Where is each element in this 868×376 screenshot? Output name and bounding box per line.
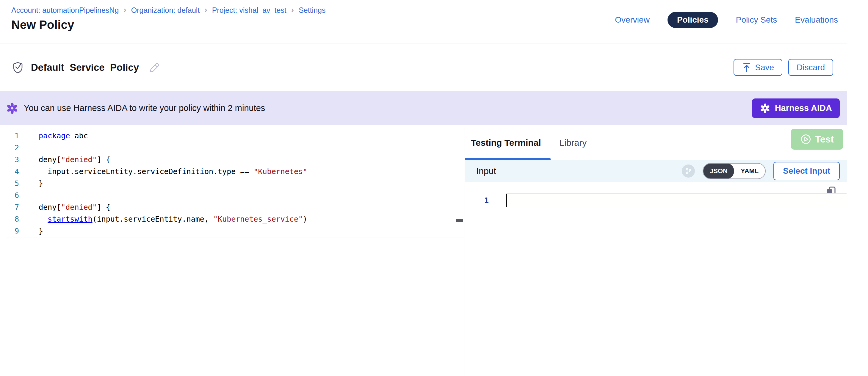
code-token: } [39, 179, 43, 188]
code-token: "denied" [61, 203, 97, 212]
code-token: ) [303, 215, 307, 223]
aida-flower-icon [6, 102, 19, 115]
git-branch-icon [682, 164, 695, 178]
code-token: deny[ [39, 203, 61, 212]
chevron-right-icon: › [291, 6, 294, 14]
line-number: 1 [0, 130, 19, 142]
aida-banner: You can use Harness AIDA to write your p… [0, 91, 847, 125]
input-header-label: Input [476, 166, 496, 176]
top-nav: OverviewPoliciesPolicy SetsEvaluations [615, 12, 838, 28]
breadcrumb-link[interactable]: Organization: default [131, 6, 200, 14]
indent-guide [39, 166, 39, 178]
code-token: ] { [97, 155, 111, 164]
select-input-label: Select Input [783, 166, 830, 176]
code-token: "Kubernetes_service" [213, 215, 303, 223]
format-toggle: JSONYAML [703, 163, 766, 179]
code-line-content: input.serviceEntity.serviceDefinition.ty… [39, 166, 307, 178]
code-token: input.serviceEntity.serviceDefinition.ty… [39, 167, 253, 176]
code-line: 7deny["denied"] { [0, 201, 465, 213]
save-button-label: Save [755, 63, 774, 72]
format-option-json[interactable]: JSON [703, 163, 734, 179]
code-token: (input.serviceEntity.name, [93, 215, 213, 223]
code-line-content: package abc [39, 130, 88, 142]
code-line-content: startswith(input.serviceEntity.name, "Ku… [39, 213, 307, 225]
main-area: 1package abc23deny["denied"] {4 input.se… [0, 125, 847, 376]
breadcrumb-link[interactable]: Project: vishal_av_test [212, 6, 286, 14]
nav-tab-policies[interactable]: Policies [668, 12, 718, 28]
input-line-number: 1 [478, 194, 489, 207]
play-circle-icon [800, 133, 811, 145]
input-json-editor[interactable] [506, 193, 846, 312]
terminal-tab-library[interactable]: Library [560, 138, 587, 160]
nav-tab-policy-sets[interactable]: Policy Sets [736, 15, 777, 25]
harness-aida-button[interactable]: Harness AIDA [752, 98, 840, 118]
code-token: ] { [97, 203, 111, 212]
code-line: 6 [0, 189, 465, 201]
code-token: startswith [48, 215, 93, 223]
code-line: 5} [0, 178, 465, 189]
code-token: deny[ [39, 155, 61, 164]
code-token [39, 215, 48, 223]
aida-message: You can use Harness AIDA to write your p… [24, 103, 265, 113]
terminal-tab-testing-terminal[interactable]: Testing Terminal [471, 138, 541, 160]
code-line-content: } [39, 178, 43, 189]
breadcrumb-link[interactable]: Account: automationPipelinesNg [11, 6, 119, 14]
line-number: 8 [0, 213, 19, 225]
testing-terminal-panel: Testing TerminalLibrary Test Input [465, 127, 847, 376]
code-line: 3deny["denied"] { [0, 154, 465, 166]
test-button-label: Test [815, 134, 834, 145]
code-line: 4 input.serviceEntity.serviceDefinition.… [0, 166, 465, 178]
terminal-tabs: Testing TerminalLibrary [465, 127, 847, 160]
overview-ruler-cursor-marker [456, 219, 463, 222]
aida-button-label: Harness AIDA [775, 103, 832, 113]
input-header-bar: Input JSONYAML Select Input [465, 160, 847, 182]
line-number: 3 [0, 154, 19, 166]
shield-check-icon [11, 61, 24, 74]
code-token: "Kubernetes" [253, 167, 307, 176]
nav-tab-evaluations[interactable]: Evaluations [795, 15, 838, 25]
discard-button-label: Discard [797, 63, 825, 72]
line-number: 4 [0, 166, 19, 178]
app-window: Account: automationPipelinesNg›Organizat… [0, 0, 847, 376]
page-header: Account: automationPipelinesNg›Organizat… [0, 0, 847, 43]
line-number: 6 [0, 189, 19, 201]
input-bar-controls: JSONYAML Select Input [682, 162, 840, 180]
chevron-right-icon: › [204, 6, 207, 14]
aida-button-flower-icon [760, 103, 770, 114]
edit-pencil-icon[interactable] [147, 62, 159, 73]
code-token: package [39, 131, 70, 140]
nav-tab-overview[interactable]: Overview [615, 15, 650, 25]
discard-button[interactable]: Discard [788, 59, 833, 76]
save-button[interactable]: Save [734, 59, 782, 76]
code-line-content: deny["denied"] { [39, 201, 111, 213]
format-option-yaml[interactable]: YAML [734, 163, 765, 179]
indent-guide [39, 213, 39, 225]
policy-toolbar: Default_Service_Policy Save Discard [0, 43, 847, 91]
upload-icon [742, 62, 751, 72]
line-number: 2 [0, 142, 19, 154]
breadcrumb-link[interactable]: Settings [299, 6, 326, 14]
select-input-button[interactable]: Select Input [773, 162, 840, 180]
code-line: 2 [0, 142, 465, 154]
code-line: 1package abc [0, 130, 465, 142]
code-token: "denied" [61, 155, 97, 164]
code-line-content: deny["denied"] { [39, 154, 111, 166]
test-button[interactable]: Test [791, 129, 843, 150]
policy-code-editor[interactable]: 1package abc23deny["denied"] {4 input.se… [0, 125, 465, 376]
line-number: 7 [0, 201, 19, 213]
chevron-right-icon: › [123, 6, 126, 14]
code-token: abc [70, 131, 88, 140]
current-line-highlight [6, 225, 463, 238]
code-line: 8 startswith(input.serviceEntity.name, "… [0, 213, 465, 225]
policy-name: Default_Service_Policy [31, 62, 139, 73]
line-number: 5 [0, 178, 19, 189]
toolbar-actions: Save Discard [734, 59, 833, 76]
